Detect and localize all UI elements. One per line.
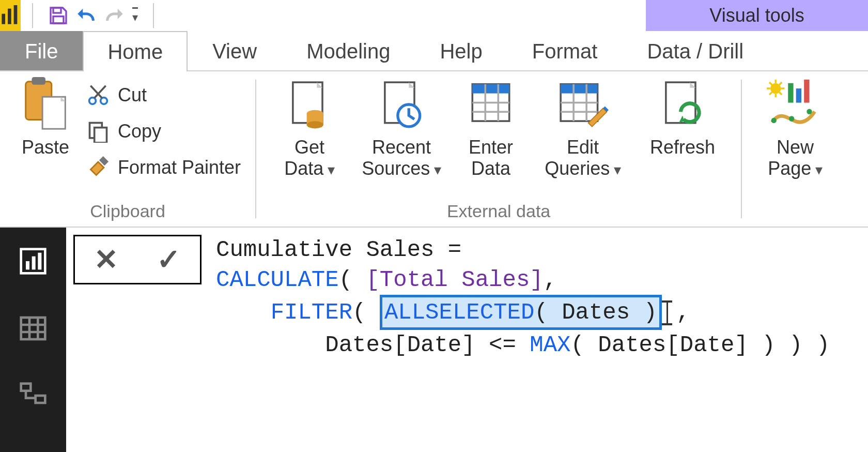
data-view-icon (19, 314, 48, 343)
dax-function: CALCULATE (216, 267, 339, 293)
tab-modeling[interactable]: Modeling (282, 31, 415, 70)
get-data-label: Get Data (284, 137, 335, 179)
svg-rect-27 (804, 80, 809, 103)
svg-rect-33 (32, 257, 36, 270)
group-clipboard: Paste Cut Copy (0, 71, 255, 227)
edit-queries-label: Edit Queries (545, 137, 621, 179)
tab-home[interactable]: Home (83, 31, 188, 71)
tab-data-drill[interactable]: Data / Drill (622, 31, 750, 70)
svg-rect-7 (42, 97, 65, 129)
svg-point-28 (771, 118, 777, 123)
get-data-icon (286, 76, 333, 133)
bar-chart-icon (0, 5, 21, 26)
enter-data-button[interactable]: Enter Data (455, 76, 527, 179)
tab-format[interactable]: Format (507, 31, 623, 70)
recent-sources-button[interactable]: Recent Sources (358, 76, 445, 179)
group-insert-label (756, 216, 834, 224)
svg-rect-11 (95, 128, 107, 143)
svg-point-30 (807, 109, 812, 114)
format-painter-icon (86, 155, 111, 180)
new-page-button[interactable]: New Page (756, 76, 834, 179)
svg-rect-25 (788, 83, 793, 103)
save-icon (48, 5, 69, 26)
undo-icon (76, 5, 97, 26)
refresh-button[interactable]: Refresh (639, 76, 726, 158)
formula-commit-controls: ✕ ✓ (73, 235, 202, 284)
tab-file[interactable]: File (0, 31, 83, 70)
cut-label: Cut (118, 84, 147, 106)
svg-rect-32 (26, 261, 29, 269)
nav-report-button[interactable] (15, 243, 51, 279)
quick-access-toolbar: ▾ Visual tools (0, 0, 868, 31)
model-view-icon (19, 381, 48, 410)
contextual-tab-header: Visual tools (646, 0, 868, 31)
save-button[interactable] (44, 2, 72, 29)
group-external-data: Get Data Recent Sources Enter Data Edit … (256, 71, 741, 227)
get-data-button[interactable]: Get Data (271, 76, 348, 179)
format-painter-label: Format Painter (118, 157, 241, 178)
paste-label: Paste (22, 137, 69, 158)
formula-area: ✕ ✓ Cumulative Sales = CALCULATE( [Total… (66, 228, 868, 452)
undo-button[interactable] (72, 2, 100, 29)
app-icon (0, 0, 21, 31)
recent-sources-label: Recent Sources (362, 137, 441, 179)
redo-icon (104, 5, 125, 26)
dax-measure: [Total Sales] (366, 267, 543, 293)
edit-queries-button[interactable]: Edit Queries (536, 76, 629, 179)
contextual-tab-label: Visual tools (709, 5, 804, 26)
refresh-label: Refresh (650, 137, 715, 158)
new-page-label: New Page (768, 137, 823, 179)
svg-rect-20 (472, 84, 509, 94)
selection-highlight: ALLSELECTED( Dates ) (380, 295, 662, 330)
refresh-icon (659, 76, 706, 133)
svg-point-9 (101, 98, 107, 104)
paste-button[interactable]: Paste (14, 76, 76, 158)
copy-label: Copy (118, 120, 161, 142)
group-insert: New Page (742, 71, 848, 227)
new-page-icon (767, 76, 824, 133)
svg-rect-3 (53, 8, 61, 13)
formula-text: Cumulative Sales = (216, 237, 461, 263)
formula-editor[interactable]: Cumulative Sales = CALCULATE( [Total Sal… (209, 235, 830, 360)
group-external-data-label: External data (271, 196, 726, 224)
nav-data-button[interactable] (15, 310, 51, 346)
group-clipboard-label: Clipboard (14, 196, 241, 224)
tab-view[interactable]: View (188, 31, 282, 70)
enter-data-icon (468, 76, 514, 133)
cancel-formula-button[interactable]: ✕ (94, 245, 118, 274)
dax-function: MAX (530, 332, 570, 358)
ribbon-tabs: File Home View Modeling Help Format Data… (0, 31, 868, 71)
cut-icon (86, 83, 111, 108)
chevron-down-icon: ▾ (132, 7, 138, 24)
redo-button[interactable] (100, 2, 128, 29)
report-view-icon (19, 247, 48, 276)
ribbon: Paste Cut Copy (0, 71, 868, 228)
recent-sources-icon (378, 76, 425, 133)
enter-data-label: Enter Data (469, 137, 513, 179)
customize-qat-button[interactable]: ▾ (128, 2, 142, 29)
separator (153, 3, 154, 28)
svg-point-29 (789, 116, 794, 121)
commit-formula-button[interactable]: ✓ (157, 245, 181, 274)
dax-function: FILTER (271, 299, 352, 325)
svg-rect-35 (21, 318, 45, 339)
cut-button[interactable]: Cut (86, 79, 241, 112)
copy-icon (86, 119, 111, 144)
svg-rect-1 (8, 9, 11, 24)
svg-point-8 (89, 98, 96, 104)
nav-model-button[interactable] (15, 378, 51, 414)
separator (32, 3, 33, 28)
paste-icon (21, 76, 70, 133)
copy-button[interactable]: Copy (86, 115, 241, 148)
format-painter-button[interactable]: Format Painter (86, 151, 241, 184)
svg-rect-34 (38, 253, 41, 270)
svg-rect-2 (14, 5, 18, 24)
svg-rect-36 (21, 384, 31, 391)
tab-help[interactable]: Help (415, 31, 507, 70)
left-nav (0, 228, 66, 452)
svg-point-16 (307, 121, 323, 128)
svg-rect-22 (561, 84, 597, 94)
svg-rect-37 (36, 396, 45, 403)
svg-rect-0 (2, 14, 5, 24)
svg-rect-26 (796, 88, 801, 103)
